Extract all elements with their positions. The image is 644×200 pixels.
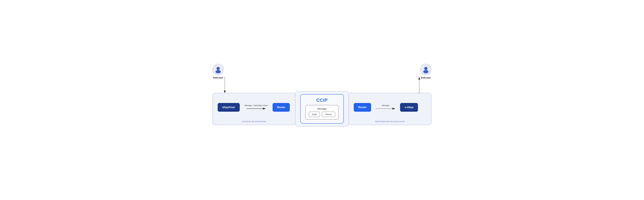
full-layout: dApp/User Message + Destination Chain Ro… <box>212 91 432 126</box>
message-label: Message <box>318 107 327 110</box>
ccip-dashed-container: CCIP Message Data Tokens <box>295 91 349 126</box>
data-box: Data <box>309 112 320 117</box>
source-blockchain-label: SOURCE BLOCKCHAIN <box>242 121 266 122</box>
left-vertical-arrow <box>223 77 227 93</box>
ccip-title: CCIP <box>316 98 328 103</box>
svg-point-0 <box>216 67 220 70</box>
source-router-node: Router <box>272 103 290 112</box>
dapp-user-node: dApp/User <box>218 103 240 112</box>
svg-marker-5 <box>224 91 226 93</box>
source-arrow-svg <box>246 107 266 110</box>
dest-arrow-svg <box>376 107 395 110</box>
source-arrow-wrapper: Message + Destination Chain <box>244 104 268 110</box>
dest-arrow-wrapper: Message <box>376 104 395 110</box>
ccip-outer: CCIP Message Data Tokens <box>295 91 349 126</box>
svg-point-3 <box>423 70 428 73</box>
svg-marker-7 <box>263 108 266 110</box>
right-end-user: End-user <box>420 64 432 79</box>
right-vertical-arrow <box>417 77 421 93</box>
message-card: Message Data Tokens <box>306 105 339 119</box>
right-end-user-label: End-user <box>421 76 431 79</box>
left-end-user: End-user <box>212 64 224 79</box>
destination-blockchain-box: Router Message x-dApp DESTINATION BLOCKC… <box>348 93 432 125</box>
message-inner-row: Data Tokens <box>309 112 335 117</box>
dest-blockchain-label: DESTINATION BLOCKCHAIN <box>375 121 405 122</box>
xdapp-node: x-dApp <box>400 103 418 112</box>
right-avatar <box>420 64 432 75</box>
dest-arrow-label: Message <box>382 104 389 106</box>
diagram-wrapper: End-user End-user dApp/User <box>209 64 435 136</box>
svg-marker-9 <box>418 77 420 80</box>
tokens-box: Tokens <box>322 112 335 117</box>
svg-marker-11 <box>392 108 395 110</box>
dest-router-node: Router <box>354 103 371 112</box>
source-blockchain-box: dApp/User Message + Destination Chain Ro… <box>212 93 296 125</box>
left-end-user-label: End-user <box>213 76 223 79</box>
left-avatar <box>212 64 224 75</box>
source-arrow-label: Message + Destination Chain <box>244 104 268 106</box>
svg-point-2 <box>424 67 428 70</box>
svg-point-1 <box>216 70 221 73</box>
ccip-block: CCIP Message Data Tokens <box>300 94 344 124</box>
